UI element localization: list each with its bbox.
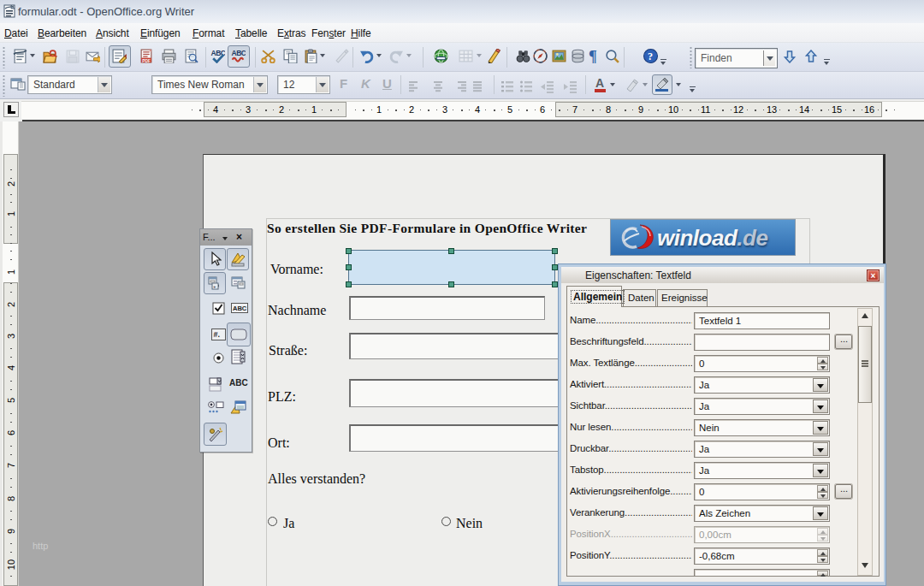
svg-text:¶: ¶: [589, 49, 597, 63]
svg-text:ABC: ABC: [232, 49, 246, 57]
svg-text:ABC: ABC: [233, 305, 247, 312]
svg-text:+: +: [213, 284, 216, 289]
svg-text:#.: #.: [214, 330, 221, 339]
svg-text:?: ?: [648, 50, 653, 62]
svg-text:PDF: PDF: [142, 59, 151, 63]
